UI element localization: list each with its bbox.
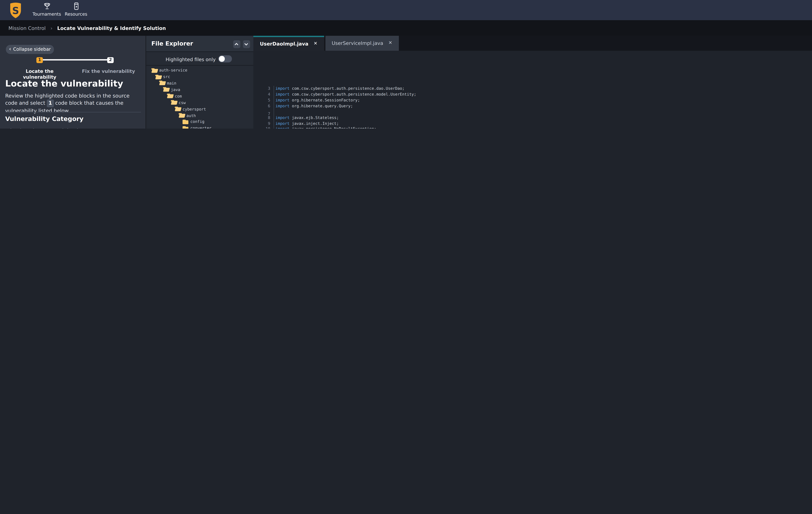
tree-item-label: csw: [179, 100, 185, 105]
tab-userserviceimpl[interactable]: UserServiceImpl.java ✕: [325, 36, 399, 50]
tree-item-label: auth: [186, 113, 196, 117]
code-line-4: 4import com.csw.cybersport.auth.persiste…: [253, 91, 812, 98]
tree-item-java[interactable]: java: [146, 86, 253, 93]
nav-tournaments-label: Tournaments: [32, 11, 62, 17]
highlighted-files-filter: Highlighted files only: [146, 52, 253, 66]
tree-item-auth[interactable]: auth: [146, 112, 253, 118]
code-line-7: 7: [253, 109, 812, 115]
tree-item-label: com: [175, 93, 182, 98]
count-badge: 1: [47, 100, 54, 107]
folder-open-icon: [155, 74, 161, 79]
folder-icon: [182, 119, 188, 124]
line-number: 8: [253, 115, 270, 120]
brand-logo-icon[interactable]: S: [8, 2, 23, 19]
file-explorer-title: File Explorer: [151, 40, 193, 47]
collapse-sidebar-button[interactable]: ‹Collapse sidebar: [6, 45, 54, 54]
left-sidebar: ‹Collapse sidebar 1 2 Locate the vulnera…: [0, 36, 146, 129]
code-line-6: 6import org.hibernate.query.Query;: [253, 103, 812, 109]
chevron-up-icon: [234, 42, 239, 47]
page: S Tournaments Resources: [0, 0, 812, 129]
folder-open-icon: [159, 81, 165, 85]
scroll-down-button[interactable]: [243, 40, 250, 48]
tree-item-converter[interactable]: converter: [146, 125, 253, 129]
breadcrumb-current: Locate Vulnerability & Identify Solution: [57, 25, 166, 31]
divider: [5, 111, 141, 112]
nav-resources[interactable]: Resources: [61, 2, 91, 17]
tree-item-main[interactable]: main: [146, 80, 253, 86]
code-line-8: 8import javax.ejb.Stateless;: [253, 115, 812, 120]
folder-open-icon: [171, 100, 177, 105]
page-title: Locate the vulnerability: [5, 78, 123, 88]
code-line-10: 10import javax.persistence.NoResultExcep…: [253, 127, 812, 129]
tree-item-label: src: [163, 74, 170, 79]
tree-item-com[interactable]: com: [146, 93, 253, 99]
breadcrumb: Mission Control › Locate Vulnerability &…: [8, 25, 166, 31]
close-icon[interactable]: ✕: [388, 40, 393, 46]
toggle-knob: [219, 56, 225, 61]
step-2-label: Fix the vulnerability: [79, 68, 138, 74]
code-line-9: 9import javax.inject.Inject;: [253, 120, 812, 127]
line-number: 3: [253, 86, 270, 91]
trophy-icon: [42, 2, 51, 10]
folder-open-icon: [167, 93, 173, 98]
tree-item-label: java: [171, 87, 180, 92]
filter-label: Highlighted files only: [166, 56, 216, 62]
step-2-indicator: 2: [107, 57, 114, 63]
line-number: 9: [253, 120, 270, 127]
video-resource-icon: [72, 2, 80, 10]
line-number: 4: [253, 91, 270, 98]
breadcrumb-separator-icon: ›: [51, 25, 53, 31]
tree-item-label: cybersport: [182, 106, 206, 111]
breadcrumb-bar: Mission Control › Locate Vulnerability &…: [0, 20, 812, 36]
chevron-left-icon: ‹: [9, 46, 11, 52]
code-editor: UserDaoImpl.java ✕ UserServiceImpl.java …: [253, 36, 812, 129]
tree-item-cybersport[interactable]: cybersport: [146, 106, 253, 112]
scroll-up-button[interactable]: [233, 40, 240, 48]
code-line-5: 5import org.hibernate.SessionFactory;: [253, 98, 812, 103]
folder-open-icon: [163, 87, 169, 92]
folder-icon: [182, 126, 188, 129]
top-navbar: S Tournaments Resources: [0, 0, 812, 20]
file-explorer-header: File Explorer: [146, 36, 253, 52]
task-description: Review the highlighted code blocks in th…: [5, 92, 143, 115]
nav-tournaments[interactable]: Tournaments: [32, 2, 62, 17]
editor-tab-bar: UserDaoImpl.java ✕ UserServiceImpl.java …: [253, 36, 812, 50]
folder-open-icon: [151, 68, 157, 73]
vulnerability-category-heading: Vulnerability Category: [5, 115, 84, 122]
code-lines: 3import com.csw.cybersport.auth.persiste…: [253, 86, 812, 129]
tree-item-label: config: [190, 119, 204, 124]
tree-item-label: converter: [190, 126, 211, 129]
chevron-down-icon: [244, 42, 249, 47]
svg-text:S: S: [12, 5, 19, 16]
folder-open-icon: [175, 106, 181, 111]
highlighted-files-toggle[interactable]: [218, 55, 232, 62]
tree-item-csw[interactable]: csw: [146, 99, 253, 106]
file-tree: auth-servicesrcmainjavacomcswcybersporta…: [146, 67, 253, 129]
tab-userdaoimpl[interactable]: UserDaoImpl.java ✕: [253, 36, 324, 50]
vulnerability-category-value: Injection Flaws - SQL injection: [5, 128, 85, 129]
line-number: 6: [253, 103, 270, 109]
code-line-3: 3import com.csw.cybersport.auth.persiste…: [253, 86, 812, 91]
tree-item-label: main: [167, 81, 176, 85]
nav-resources-label: Resources: [61, 11, 91, 17]
breadcrumb-mission-control[interactable]: Mission Control: [8, 25, 46, 31]
step-connector: [41, 59, 109, 60]
line-number: 10: [253, 127, 270, 129]
tree-item-src[interactable]: src: [146, 74, 253, 80]
close-icon[interactable]: ✕: [314, 41, 318, 46]
line-number: 5: [253, 98, 270, 103]
file-explorer-panel: File Explorer Highlighted files only aut…: [146, 36, 253, 129]
tree-item-auth-service[interactable]: auth-service: [146, 67, 253, 74]
folder-open-icon: [179, 113, 184, 117]
step-1-indicator: 1: [36, 57, 43, 63]
tree-item-label: auth-service: [159, 68, 187, 73]
tree-item-config[interactable]: config: [146, 118, 253, 125]
